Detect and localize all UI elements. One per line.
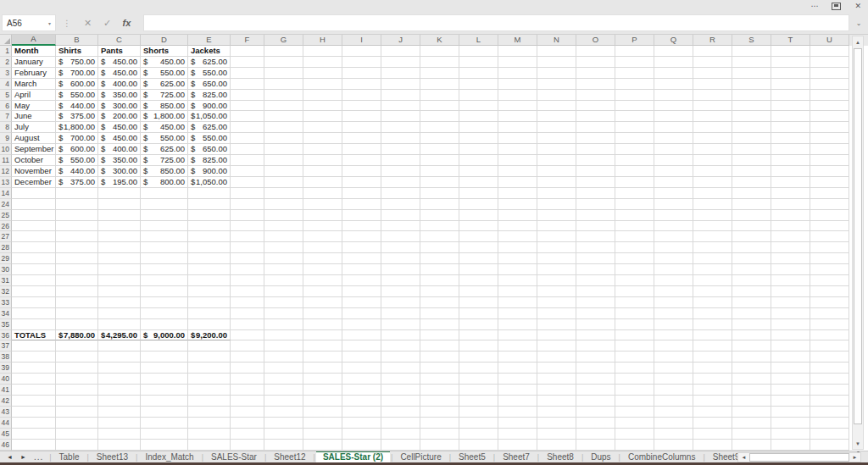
cell-C2[interactable]: $450.00 bbox=[98, 57, 141, 68]
cell-O12[interactable] bbox=[576, 166, 615, 177]
cell-S43[interactable] bbox=[732, 407, 771, 418]
cell-S14[interactable] bbox=[732, 188, 771, 199]
cell-I14[interactable] bbox=[342, 188, 381, 199]
cell-B12[interactable]: $440.00 bbox=[56, 166, 98, 177]
cell-M2[interactable] bbox=[498, 57, 537, 68]
cell-P24[interactable] bbox=[615, 199, 654, 210]
cell-I6[interactable] bbox=[342, 101, 381, 112]
cell-N30[interactable] bbox=[537, 264, 576, 275]
cell-L39[interactable] bbox=[459, 363, 498, 374]
cell-G30[interactable] bbox=[264, 264, 303, 275]
cell-G34[interactable] bbox=[264, 308, 303, 319]
cell-F26[interactable] bbox=[231, 221, 264, 232]
cell-K46[interactable] bbox=[420, 440, 459, 451]
cell-F46[interactable] bbox=[231, 440, 264, 451]
row-header-11[interactable]: 11 bbox=[0, 155, 12, 166]
cell-G38[interactable] bbox=[264, 352, 303, 363]
cell-I40[interactable] bbox=[342, 374, 381, 385]
cell-J13[interactable] bbox=[381, 177, 420, 188]
cell-B7[interactable]: $375.00 bbox=[56, 111, 98, 122]
cell-S25[interactable] bbox=[732, 210, 771, 221]
cell-Q37[interactable] bbox=[654, 340, 693, 352]
cell-K32[interactable] bbox=[420, 286, 459, 297]
cell-T37[interactable] bbox=[771, 340, 810, 352]
cell-B11[interactable]: $550.00 bbox=[56, 155, 98, 166]
cell-R27[interactable] bbox=[693, 231, 732, 242]
cell-O6[interactable] bbox=[576, 101, 615, 112]
cell-A28[interactable] bbox=[12, 242, 56, 253]
cell-F29[interactable] bbox=[231, 253, 264, 264]
cell-C9[interactable]: $450.00 bbox=[98, 133, 141, 144]
cell-P10[interactable] bbox=[615, 144, 654, 155]
column-header-E[interactable]: E bbox=[188, 35, 231, 46]
cell-H4[interactable] bbox=[303, 79, 342, 90]
cell-F6[interactable] bbox=[231, 101, 264, 112]
column-header-M[interactable]: M bbox=[498, 35, 537, 46]
cell-F42[interactable] bbox=[231, 396, 264, 407]
cell-B9[interactable]: $700.00 bbox=[56, 133, 98, 144]
row-header-2[interactable]: 2 bbox=[0, 57, 12, 68]
cell-Q43[interactable] bbox=[654, 407, 693, 418]
cell-G27[interactable] bbox=[264, 231, 303, 242]
cell-H37[interactable] bbox=[303, 340, 342, 352]
cell-K37[interactable] bbox=[420, 340, 459, 352]
cell-C10[interactable]: $400.00 bbox=[98, 144, 141, 155]
cell-D14[interactable] bbox=[141, 188, 188, 199]
cell-N36[interactable] bbox=[537, 330, 576, 341]
cell-U40[interactable] bbox=[810, 374, 849, 385]
close-icon[interactable]: ✕ bbox=[854, 0, 861, 12]
cell-S37[interactable] bbox=[732, 340, 771, 352]
cell-N40[interactable] bbox=[537, 374, 576, 385]
cell-E25[interactable] bbox=[188, 210, 231, 221]
cell-I4[interactable] bbox=[342, 79, 381, 90]
cell-Q6[interactable] bbox=[654, 101, 693, 112]
cell-A11[interactable]: October bbox=[12, 155, 56, 166]
cell-J4[interactable] bbox=[381, 79, 420, 90]
cell-C41[interactable] bbox=[98, 385, 141, 396]
cell-B44[interactable] bbox=[56, 418, 98, 429]
cell-A44[interactable] bbox=[12, 418, 56, 429]
cell-C35[interactable] bbox=[98, 319, 141, 330]
cell-G45[interactable] bbox=[264, 429, 303, 440]
cell-E2[interactable]: $625.00 bbox=[188, 57, 231, 68]
cell-G7[interactable] bbox=[264, 111, 303, 122]
cell-M7[interactable] bbox=[498, 111, 537, 122]
cell-M31[interactable] bbox=[498, 275, 537, 286]
cell-O28[interactable] bbox=[576, 242, 615, 253]
cell-H38[interactable] bbox=[303, 352, 342, 363]
cell-E41[interactable] bbox=[188, 385, 231, 396]
cell-G13[interactable] bbox=[264, 177, 303, 188]
cell-D24[interactable] bbox=[141, 199, 188, 210]
cell-K40[interactable] bbox=[420, 374, 459, 385]
cell-F31[interactable] bbox=[231, 275, 264, 286]
cell-M26[interactable] bbox=[498, 221, 537, 232]
cell-H42[interactable] bbox=[303, 396, 342, 407]
cell-J26[interactable] bbox=[381, 221, 420, 232]
cell-M8[interactable] bbox=[498, 122, 537, 133]
cell-L8[interactable] bbox=[459, 122, 498, 133]
cell-K13[interactable] bbox=[420, 177, 459, 188]
cell-K3[interactable] bbox=[420, 68, 459, 79]
cell-G3[interactable] bbox=[264, 68, 303, 79]
cell-T35[interactable] bbox=[771, 319, 810, 330]
cell-F4[interactable] bbox=[231, 79, 264, 90]
row-header-10[interactable]: 10 bbox=[0, 144, 12, 155]
cell-B14[interactable] bbox=[56, 188, 98, 199]
cell-T46[interactable] bbox=[771, 440, 810, 451]
cell-A12[interactable]: November bbox=[12, 166, 56, 177]
cell-Q40[interactable] bbox=[654, 374, 693, 385]
cell-K10[interactable] bbox=[420, 144, 459, 155]
cell-L45[interactable] bbox=[459, 429, 498, 440]
cell-H24[interactable] bbox=[303, 199, 342, 210]
cell-H39[interactable] bbox=[303, 363, 342, 374]
sheet-tab-sales-star-2[interactable]: SALES-Star (2) bbox=[316, 451, 390, 463]
cell-G29[interactable] bbox=[264, 253, 303, 264]
cell-S6[interactable] bbox=[732, 101, 771, 112]
cell-Q13[interactable] bbox=[654, 177, 693, 188]
cell-D13[interactable]: $800.00 bbox=[141, 177, 188, 188]
cell-H44[interactable] bbox=[303, 418, 342, 429]
cell-A29[interactable] bbox=[12, 253, 56, 264]
cell-O14[interactable] bbox=[576, 188, 615, 199]
cell-G10[interactable] bbox=[264, 144, 303, 155]
cell-T28[interactable] bbox=[771, 242, 810, 253]
